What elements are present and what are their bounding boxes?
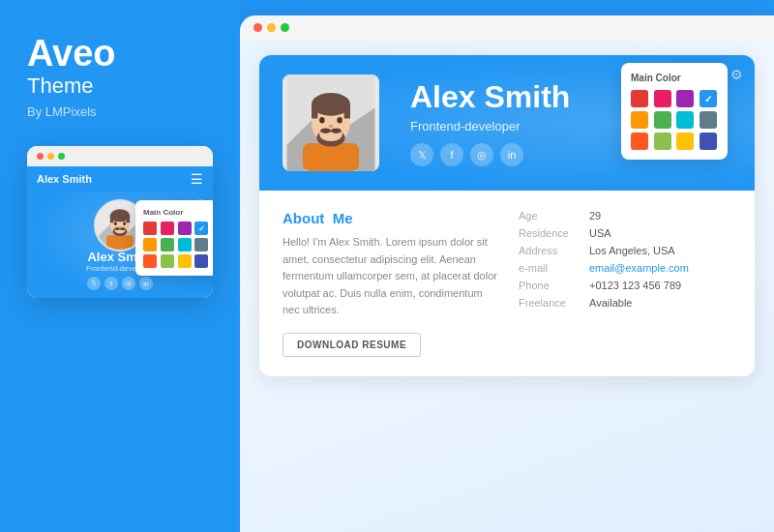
color-swatch-main-8[interactable] bbox=[631, 133, 648, 150]
color-swatch-mini-0[interactable] bbox=[143, 222, 157, 235]
color-swatch-main-0[interactable] bbox=[631, 90, 648, 107]
main-linkedin-icon[interactable]: in bbox=[500, 143, 523, 166]
svg-rect-22 bbox=[344, 104, 350, 119]
svg-point-10 bbox=[114, 222, 117, 225]
main-color-grid bbox=[631, 90, 718, 150]
main-color-picker: Main Color bbox=[621, 63, 728, 160]
mini-color-picker: Main Color bbox=[135, 200, 213, 276]
mini-twitter-icon[interactable]: 𝕏 bbox=[87, 277, 101, 290]
svg-rect-7 bbox=[126, 216, 130, 222]
info-row-5: FreelanceAvailable bbox=[519, 297, 731, 309]
about-title: About Me bbox=[283, 210, 499, 226]
svg-point-13 bbox=[114, 227, 120, 230]
mini-dot-yellow bbox=[47, 153, 54, 160]
color-swatch-main-1[interactable] bbox=[654, 90, 671, 107]
info-label-0: Age bbox=[519, 210, 581, 222]
left-panel: Aveo Theme By LMPixels Alex Smith ☰ ⚙ bbox=[0, 0, 240, 532]
info-label-2: Address bbox=[519, 245, 581, 256]
brand-by: By LMPixels bbox=[27, 104, 97, 119]
svg-rect-21 bbox=[312, 104, 317, 119]
color-swatch-mini-5[interactable] bbox=[161, 238, 174, 251]
main-twitter-icon[interactable]: 𝕏 bbox=[410, 143, 433, 166]
mini-browser-nav: Alex Smith ☰ bbox=[27, 166, 213, 192]
info-value-5: Available bbox=[589, 297, 632, 309]
color-swatch-main-11[interactable] bbox=[700, 133, 717, 150]
info-value-3[interactable]: email@example.com bbox=[589, 262, 689, 274]
mini-nav-name: Alex Smith bbox=[37, 173, 92, 185]
color-swatch-mini-6[interactable] bbox=[178, 238, 192, 251]
info-row-0: Age29 bbox=[519, 210, 731, 222]
mini-instagram-icon[interactable]: ◎ bbox=[122, 277, 135, 290]
info-row-2: AddressLos Angeles, USA bbox=[519, 245, 731, 256]
right-panel: Alex Smith Frontend-developer 𝕏 f ◎ in ⚙… bbox=[240, 15, 774, 532]
color-swatch-main-2[interactable] bbox=[676, 90, 694, 107]
about-title-highlight: Me bbox=[333, 210, 353, 226]
brand-subtitle: Theme bbox=[27, 74, 93, 99]
main-avatar bbox=[283, 74, 379, 171]
download-resume-button[interactable]: DOWNLOAD RESUME bbox=[283, 333, 421, 357]
mini-browser: Alex Smith ☰ ⚙ bbox=[27, 146, 213, 298]
info-label-4: Phone bbox=[519, 280, 581, 291]
mini-social: 𝕏 f ◎ in bbox=[87, 277, 153, 290]
mini-hamburger-icon[interactable]: ☰ bbox=[191, 171, 203, 187]
mini-facebook-icon[interactable]: f bbox=[104, 277, 118, 290]
gear-icon[interactable]: ⚙ bbox=[730, 67, 743, 82]
info-row-1: ResidenceUSA bbox=[519, 227, 731, 239]
color-swatch-mini-9[interactable] bbox=[161, 254, 174, 268]
svg-point-11 bbox=[123, 222, 126, 225]
color-swatch-main-6[interactable] bbox=[676, 111, 694, 129]
color-swatch-main-3[interactable] bbox=[700, 90, 717, 107]
info-value-2: Los Angeles, USA bbox=[589, 245, 675, 256]
mini-color-picker-title: Main Color bbox=[143, 208, 209, 217]
color-swatch-main-10[interactable] bbox=[676, 133, 694, 150]
color-swatch-mini-2[interactable] bbox=[178, 222, 192, 235]
svg-rect-6 bbox=[110, 216, 114, 222]
info-label-1: Residence bbox=[519, 227, 581, 239]
color-swatch-mini-10[interactable] bbox=[178, 254, 192, 268]
color-swatch-main-7[interactable] bbox=[700, 111, 717, 129]
info-value-4: +0123 123 456 789 bbox=[589, 280, 681, 291]
color-swatch-main-4[interactable] bbox=[631, 111, 648, 129]
svg-point-26 bbox=[337, 117, 342, 123]
about-section: About Me Hello! I'm Alex Smith. Lorem ip… bbox=[283, 210, 499, 357]
main-facebook-icon[interactable]: f bbox=[440, 143, 463, 166]
color-swatch-mini-4[interactable] bbox=[143, 238, 157, 251]
info-value-1: USA bbox=[589, 227, 611, 239]
svg-rect-18 bbox=[303, 143, 359, 171]
about-text: Hello! I'm Alex Smith. Lorem ipsum dolor… bbox=[283, 234, 499, 319]
color-swatch-mini-1[interactable] bbox=[161, 222, 174, 235]
color-swatch-mini-7[interactable] bbox=[194, 238, 208, 251]
svg-point-28 bbox=[320, 128, 331, 133]
main-browser-bar bbox=[240, 15, 774, 40]
main-dot-red bbox=[253, 23, 262, 32]
color-swatch-main-5[interactable] bbox=[654, 111, 671, 129]
about-title-prefix: About bbox=[283, 210, 324, 226]
svg-rect-3 bbox=[106, 235, 134, 250]
mini-color-grid bbox=[143, 222, 209, 268]
info-value-0: 29 bbox=[589, 210, 601, 222]
svg-point-27 bbox=[329, 125, 334, 129]
info-label-5: Freelance bbox=[519, 297, 581, 309]
brand-title: Aveo bbox=[27, 35, 116, 72]
info-row-3: e-mailemail@example.com bbox=[519, 262, 731, 274]
color-swatch-mini-11[interactable] bbox=[194, 254, 208, 268]
main-dot-green bbox=[281, 23, 289, 32]
svg-point-14 bbox=[120, 227, 126, 230]
info-row-4: Phone+0123 123 456 789 bbox=[519, 280, 731, 291]
main-hero: Alex Smith Frontend-developer 𝕏 f ◎ in ⚙… bbox=[259, 55, 755, 191]
main-instagram-icon[interactable]: ◎ bbox=[470, 143, 493, 166]
mini-dot-red bbox=[37, 153, 44, 160]
svg-point-12 bbox=[119, 226, 122, 228]
mini-dot-green bbox=[58, 153, 65, 160]
main-dot-yellow bbox=[267, 23, 276, 32]
mini-linkedin-icon[interactable]: in bbox=[139, 277, 153, 290]
mini-browser-bar bbox=[27, 146, 213, 166]
svg-point-29 bbox=[331, 128, 342, 133]
color-swatch-main-9[interactable] bbox=[654, 133, 671, 150]
main-color-picker-title: Main Color bbox=[631, 73, 718, 83]
main-body: About Me Hello! I'm Alex Smith. Lorem ip… bbox=[259, 191, 755, 376]
info-section: Age29ResidenceUSAAddressLos Angeles, USA… bbox=[519, 210, 731, 357]
color-swatch-mini-8[interactable] bbox=[143, 254, 157, 268]
color-swatch-mini-3[interactable] bbox=[194, 222, 208, 235]
info-label-3: e-mail bbox=[519, 262, 581, 274]
